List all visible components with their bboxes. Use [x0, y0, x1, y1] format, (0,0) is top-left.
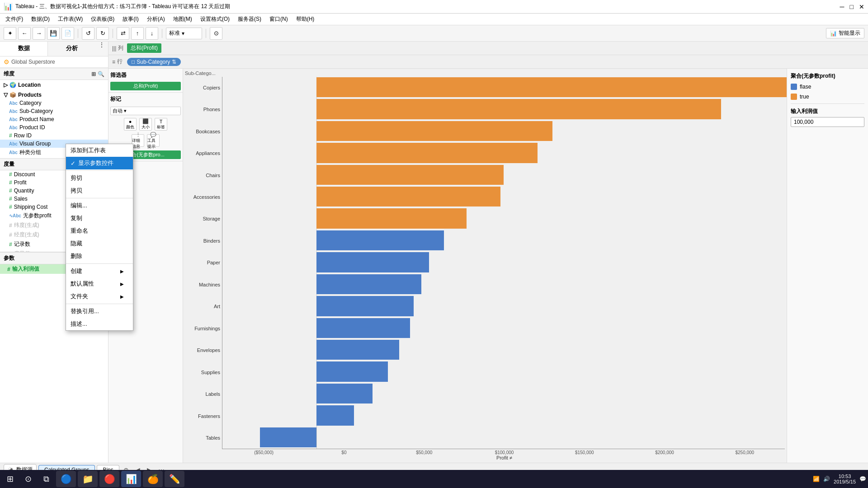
task-view-btn[interactable]: ⧉: [38, 471, 54, 487]
toolbar-redo-btn[interactable]: ↻: [96, 27, 109, 40]
ctx-copy[interactable]: 拷贝: [66, 184, 133, 197]
marks-tooltip-icon: 💬: [150, 132, 156, 138]
menu-format[interactable]: 设置格式(O): [197, 14, 233, 24]
dimensions-grid-icon[interactable]: ⊞: [91, 71, 96, 77]
param-hash-icon: #: [7, 266, 10, 272]
ctx-duplicate[interactable]: 复制: [66, 212, 133, 225]
toolbar-save-btn[interactable]: 💾: [47, 27, 60, 40]
field-subcategory[interactable]: Abc Sub-Category: [0, 107, 108, 115]
taskbar-ie-btn[interactable]: 🔵: [56, 471, 76, 487]
marks-size-btn[interactable]: ⬛ 大小: [139, 118, 152, 131]
toolbar-forward-btn[interactable]: →: [33, 27, 45, 40]
menu-server[interactable]: 服务器(S): [234, 14, 265, 24]
rows-shelf-label: ≡ 行: [112, 58, 126, 66]
ctx-describe[interactable]: 描述...: [66, 318, 133, 330]
y-label-binders: Binders: [185, 238, 220, 244]
ctx-hide[interactable]: 隐藏: [66, 237, 133, 250]
close-btn[interactable]: ✕: [859, 3, 864, 10]
search-btn[interactable]: ⊙: [20, 471, 36, 487]
x-tick-200k: $200,000: [624, 450, 704, 455]
menu-map[interactable]: 地图(M): [170, 14, 196, 24]
rows-subcategory-pill-sort: ⇅: [172, 59, 176, 65]
menu-data[interactable]: 数据(D): [28, 14, 53, 24]
menu-window[interactable]: 窗口(N): [266, 14, 292, 24]
param-input-section: 输入利润值: [791, 103, 864, 127]
toolbar-sparkle-btn[interactable]: ✦: [4, 27, 16, 40]
toolbar-standard-dropdown[interactable]: 标准 ▾: [166, 28, 202, 39]
field-product-name[interactable]: Abc Product Name: [0, 115, 108, 123]
center-area: ||| 列 总和(Profit) ≡ 行 □ Sub-Category ⇅: [108, 42, 868, 463]
ctx-defaultprops-arrow: ▶: [120, 282, 124, 286]
category-type-icon: Abc: [9, 101, 18, 106]
toolbar-undo-btn[interactable]: ↺: [82, 27, 94, 40]
param-input-field[interactable]: [791, 117, 864, 127]
dropdown-arrow-icon: ▾: [182, 30, 184, 37]
toolbar-sort-asc-btn[interactable]: ↑: [131, 27, 144, 40]
toolbar-new-btn[interactable]: 📄: [61, 27, 74, 40]
ctx-default-props[interactable]: 默认属性 ▶: [66, 277, 133, 290]
minimize-btn[interactable]: ─: [840, 3, 844, 10]
marks-detail-btn[interactable]: ⋮ 详细信息: [132, 134, 144, 147]
maximize-btn[interactable]: □: [850, 3, 854, 10]
menu-worksheet[interactable]: 工作表(W): [54, 14, 86, 24]
datasource-icon: ⚙: [4, 58, 9, 66]
taskbar-folder-btn[interactable]: 📁: [78, 471, 98, 487]
location-geo-icon: 🌍: [9, 82, 16, 88]
bar-furnishings: [316, 318, 410, 338]
start-button[interactable]: ⊞: [2, 471, 18, 487]
ctx-add-to-worksheet[interactable]: 添加到工作表: [66, 144, 133, 157]
smart-show-button[interactable]: 📊 智能显示: [826, 28, 864, 38]
filters-profit-pill[interactable]: 总和(Profit): [110, 82, 181, 90]
field-product-id[interactable]: Abc Product ID: [0, 123, 108, 131]
marks-tooltip-btn[interactable]: 💬 工具提示: [147, 134, 160, 147]
rows-subcategory-pill[interactable]: □ Sub-Category ⇅: [127, 58, 181, 66]
products-icon: 📦: [9, 92, 16, 98]
ctx-create[interactable]: 创建 ▶: [66, 265, 133, 277]
ctx-show-param-control[interactable]: ✓ 显示参数控件: [66, 157, 133, 169]
marks-label-label: 标签: [157, 124, 165, 130]
ctx-delete[interactable]: 删除: [66, 250, 133, 263]
products-group-header[interactable]: ▽ 📦 Products: [0, 91, 108, 99]
sales-type-icon: #: [9, 196, 12, 202]
shippingcost-type-icon: #: [9, 204, 12, 210]
toolbar-share-btn[interactable]: ⊙: [210, 27, 222, 40]
taskbar-tableau-btn[interactable]: 📊: [121, 471, 141, 487]
field-row-id[interactable]: # Row ID: [0, 131, 108, 140]
marks-color-btn[interactable]: ● 颜色: [124, 118, 137, 131]
field-profit-label: Profit: [14, 179, 27, 186]
menu-dashboard[interactable]: 仪表板(B): [87, 14, 118, 24]
menu-story[interactable]: 故事(I): [119, 14, 142, 24]
tab-analysis[interactable]: 分析: [48, 42, 95, 56]
ctx-replace-ref[interactable]: 替换引用...: [66, 305, 133, 318]
latitude-type-icon: #: [9, 222, 12, 229]
sidebar-options-btn[interactable]: ⋮: [95, 42, 108, 56]
dimensions-search-icon[interactable]: 🔍: [98, 71, 104, 77]
tab-data[interactable]: 数据: [0, 42, 47, 56]
marks-type-dropdown[interactable]: 自动 ▾: [110, 107, 181, 115]
columns-profit-pill[interactable]: 总和(Profit): [127, 43, 161, 53]
ctx-sep-4: [66, 304, 133, 304]
field-catgroup-label: 种类分组: [19, 149, 41, 156]
menu-help[interactable]: 帮助(H): [292, 14, 318, 24]
ctx-edit[interactable]: 编辑...: [66, 199, 133, 212]
toolbar-back-btn[interactable]: ←: [18, 27, 31, 40]
taskbar-chrome-btn[interactable]: 🔴: [99, 471, 119, 487]
location-expand-icon: ▷: [4, 82, 8, 88]
x-tick-50k: $50,000: [384, 450, 464, 455]
chart-bars-container: [222, 77, 785, 449]
toolbar-swap-btn[interactable]: ⇄: [117, 27, 129, 40]
ctx-cut[interactable]: 剪切: [66, 172, 133, 184]
ctx-rename[interactable]: 重命名: [66, 225, 133, 237]
taskbar-app2-btn[interactable]: 🍊: [143, 471, 163, 487]
field-category[interactable]: Abc Category: [0, 99, 108, 107]
taskbar-app3-btn[interactable]: ✏️: [165, 471, 184, 487]
menu-file[interactable]: 文件(F): [2, 14, 27, 24]
toolbar-sort-desc-btn[interactable]: ↓: [146, 27, 158, 40]
menu-analysis[interactable]: 分析(A): [143, 14, 169, 24]
location-group-header[interactable]: ▷ 🌍 Location: [0, 81, 108, 89]
ctx-folder[interactable]: 文件夹 ▶: [66, 290, 133, 303]
bar-tables: [260, 427, 316, 447]
bar-supplies: [316, 361, 388, 381]
marks-label-btn[interactable]: T 标签: [155, 118, 167, 131]
datasource-label: ⚙ Global Superstore: [0, 56, 108, 68]
